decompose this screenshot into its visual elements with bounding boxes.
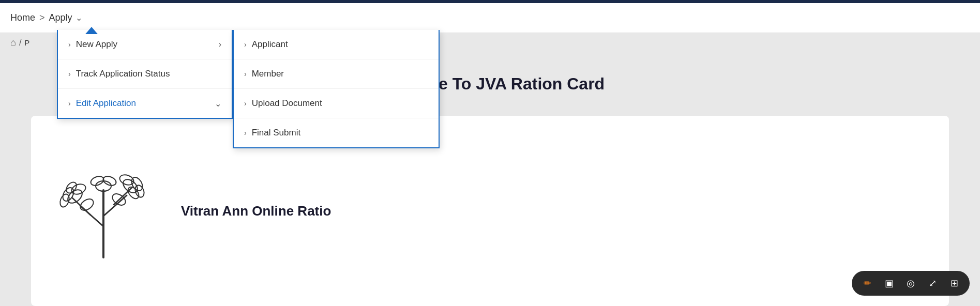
member-chevron: › (244, 70, 247, 78)
breadcrumb-apply-label: Apply (49, 12, 72, 23)
track-status-label: Track Application Status (76, 69, 170, 79)
plant-icon (52, 159, 155, 263)
upload-doc-chevron: › (244, 99, 247, 108)
svg-line-3 (72, 198, 91, 215)
member-label: Member (252, 69, 284, 79)
breadcrumb-separator: > (39, 12, 45, 23)
upload-document-label: Upload Document (252, 98, 322, 109)
new-apply-chevron-left: › (68, 40, 71, 49)
grid-icon[interactable]: ⊞ (947, 276, 961, 290)
dropdown-item-new-apply[interactable]: › New Apply › (58, 30, 232, 59)
secondary-page-label: P (24, 38, 29, 47)
card-subtitle: Vitran Ann Online Ratio (181, 203, 933, 219)
breadcrumb-apply-chevron: ⌄ (76, 13, 82, 23)
sub-dropdown-upload-document[interactable]: › Upload Document (234, 89, 439, 118)
sub-dropdown-final-submit[interactable]: › Final Submit (234, 118, 439, 147)
svg-point-14 (133, 184, 145, 198)
applicant-chevron: › (244, 40, 247, 49)
card-area: Vitran Ann Online Ratio (31, 116, 949, 306)
breadcrumb-home-link[interactable]: Home (10, 12, 35, 23)
dropdown-item-track-status[interactable]: › Track Application Status (58, 59, 232, 89)
secondary-breadcrumb: ⌂ / P (0, 33, 40, 52)
applicant-label: Applicant (252, 39, 288, 50)
sub-dropdown-member[interactable]: › Member (234, 59, 439, 89)
breadcrumb-items: Home > Apply ⌄ (10, 12, 82, 23)
square-icon[interactable]: ▣ (882, 276, 896, 290)
dropdown-arrow (85, 27, 98, 34)
dropdown-item-edit-application[interactable]: › Edit Application ⌄ (58, 89, 232, 118)
sub-dropdown-applicant[interactable]: › Applicant (234, 30, 439, 59)
bottom-toolbar: ✏ ▣ ◎ ⤢ ⊞ (852, 271, 970, 296)
breadcrumb-bar: Home > Apply ⌄ (0, 3, 980, 33)
secondary-home-icon[interactable]: ⌂ (10, 37, 16, 48)
final-submit-label: Final Submit (252, 128, 300, 138)
track-status-chevron-left: › (68, 70, 71, 78)
svg-point-6 (61, 186, 76, 203)
edit-app-chevron-left: › (68, 99, 71, 108)
edit-application-label: Edit Application (76, 98, 136, 109)
new-apply-label: New Apply (76, 39, 117, 50)
card-text-area: Vitran Ann Online Ratio (181, 203, 933, 219)
edit-application-chevron-down: ⌄ (215, 99, 221, 109)
circle-icon[interactable]: ◎ (903, 276, 918, 290)
breadcrumb-apply-dropdown[interactable]: Apply ⌄ (49, 12, 82, 23)
edit-application-sub-dropdown: › Applicant › Member › Upload Document ›… (233, 30, 440, 148)
apply-dropdown-menu: › New Apply › › Track Application Status… (57, 30, 233, 119)
pencil-icon[interactable]: ✏ (860, 276, 875, 290)
svg-point-18 (78, 197, 95, 213)
secondary-sep: / (19, 38, 21, 48)
expand-icon[interactable]: ⤢ (925, 276, 940, 290)
final-submit-chevron: › (244, 129, 247, 137)
card-logo (47, 154, 160, 268)
svg-line-2 (103, 195, 127, 216)
new-apply-chevron-right: › (219, 40, 221, 49)
